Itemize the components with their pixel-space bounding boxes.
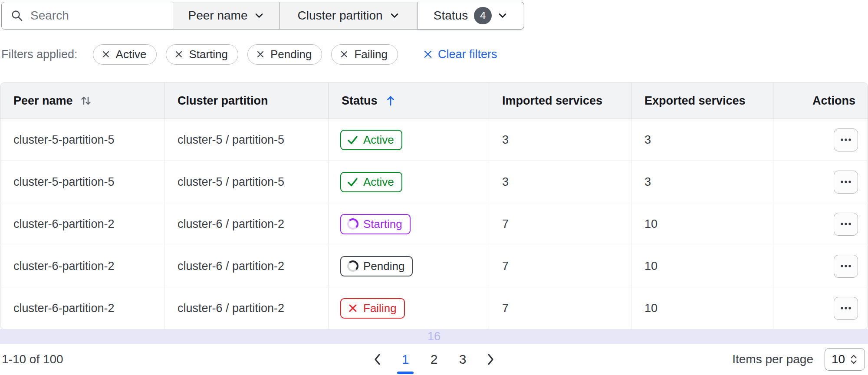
status-filter-dropdown[interactable]: Status 4 [418,2,523,29]
cell-exported-services: 10 [631,287,773,329]
overflow-row-text: 16 [427,330,441,343]
items-per-page-select[interactable]: 10 [825,348,865,371]
chevron-down-icon [498,11,507,20]
clear-filters-label: Clear filters [438,48,497,61]
cell-actions [773,203,868,245]
cell-cluster-partition: cluster-6 / partition-2 [164,203,329,245]
pagination-page-3[interactable]: 3 [453,346,472,372]
cell-peer-name: cluster-6-partition-2 [0,203,164,245]
status-filter-label: Status [434,9,468,23]
cell-exported-services: 3 [631,161,773,203]
cell-actions [773,287,868,329]
cell-cluster-partition: cluster-5 / partition-5 [164,119,329,161]
status-icon [347,176,358,188]
column-header-cluster-partition[interactable]: Cluster partition [164,83,329,118]
filters-applied-label: Filters applied: [1,48,78,61]
filter-pill-pending[interactable]: Pending [247,44,322,65]
column-header-exported-services[interactable]: Exported services [631,83,773,118]
status-badge: Active [340,172,402,192]
row-actions-button[interactable] [834,297,858,320]
remove-filter-icon[interactable] [340,50,349,59]
peer-name-filter-dropdown[interactable]: Peer name [173,2,279,29]
cluster-partition-filter-dropdown[interactable]: Cluster partition [279,2,418,29]
pagination-page-2[interactable]: 2 [424,346,444,372]
column-header-imported-services[interactable]: Imported services [489,83,631,118]
pager: 123 [369,344,499,375]
cell-imported-services: 3 [489,119,631,161]
filter-toolbar: Peer name Cluster partition Status 4 [1,2,524,30]
clear-filters-button[interactable]: Clear filters [423,48,497,61]
peer-name-filter-label: Peer name [188,9,248,23]
cell-status: Active [329,119,489,161]
filter-pill-failing[interactable]: Failing [331,44,398,65]
cell-imported-services: 7 [489,245,631,287]
row-actions-button[interactable] [834,171,858,194]
table-header-row: Peer name Cluster partition Status Impor… [0,83,868,118]
column-header-peer-name[interactable]: Peer name [0,83,164,118]
pagination-bar: 1-10 of 100 123 Items per page 10 [0,344,868,375]
cluster-partition-filter-label: Cluster partition [297,9,382,23]
remove-filter-icon[interactable] [256,50,265,59]
pagination-page-1[interactable]: 1 [396,346,415,372]
ellipsis-icon [840,138,852,141]
chevron-down-icon [390,11,399,20]
cell-cluster-partition: cluster-5 / partition-5 [164,161,329,203]
status-badge: Failing [340,298,405,319]
close-icon [423,49,433,59]
next-page-button[interactable] [482,346,499,372]
column-header-status[interactable]: Status [329,83,489,118]
remove-filter-icon[interactable] [102,50,110,59]
search-input[interactable] [30,9,164,23]
cell-cluster-partition: cluster-6 / partition-2 [164,245,329,287]
status-filter-count-badge: 4 [474,7,492,24]
cell-actions [773,119,868,161]
sort-both-icon[interactable] [80,95,92,107]
status-icon [347,260,358,272]
row-actions-button[interactable] [834,128,858,151]
cell-status: Failing [329,287,489,329]
previous-page-button[interactable] [369,346,386,372]
table-row: cluster-5-partition-5 cluster-5 / partit… [0,161,868,203]
sort-ascending-icon[interactable] [385,95,396,107]
cell-status: Pending [329,245,489,287]
items-per-page-label: Items per page [732,352,813,366]
status-icon [347,303,358,314]
filter-pill-label: Pending [270,48,312,61]
status-badge: Starting [340,214,411,234]
chevron-right-icon [486,353,495,366]
filter-pill-starting[interactable]: Starting [166,44,238,65]
row-actions-button[interactable] [834,213,858,236]
remove-filter-icon[interactable] [174,50,183,59]
stepper-icon [849,354,858,365]
filter-pill-label: Failing [354,48,388,61]
cell-exported-services: 10 [631,245,773,287]
cell-actions [773,161,868,203]
cell-imported-services: 3 [489,161,631,203]
cell-exported-services: 10 [631,203,773,245]
pagination-pages: 123 [396,346,472,372]
cell-actions [773,245,868,287]
table-row: cluster-5-partition-5 cluster-5 / partit… [0,118,868,161]
items-per-page-value: 10 [832,352,845,366]
table-row: cluster-6-partition-2 cluster-6 / partit… [0,203,868,245]
filter-pill-label: Active [116,48,147,61]
chevron-left-icon [373,353,382,366]
cell-cluster-partition: cluster-6 / partition-2 [164,287,329,329]
filter-pill-active[interactable]: Active [93,44,157,65]
search-box[interactable] [2,2,173,29]
results-range: 1-10 of 100 [2,352,63,366]
cell-peer-name: cluster-5-partition-5 [0,161,164,203]
table-body: cluster-5-partition-5 cluster-5 / partit… [0,118,868,329]
column-header-actions: Actions [773,83,868,118]
cell-exported-services: 3 [631,119,773,161]
cell-peer-name: cluster-5-partition-5 [0,119,164,161]
cell-peer-name: cluster-6-partition-2 [0,287,164,329]
filter-pills: ActiveStartingPendingFailing [93,44,398,65]
cell-peer-name: cluster-6-partition-2 [0,245,164,287]
row-actions-button[interactable] [834,255,858,278]
partially-visible-row[interactable]: 16 [0,329,868,344]
table-row: cluster-6-partition-2 cluster-6 / partit… [0,287,868,329]
status-badge: Active [340,130,402,150]
filter-pill-label: Starting [189,48,228,61]
status-icon [347,218,358,230]
